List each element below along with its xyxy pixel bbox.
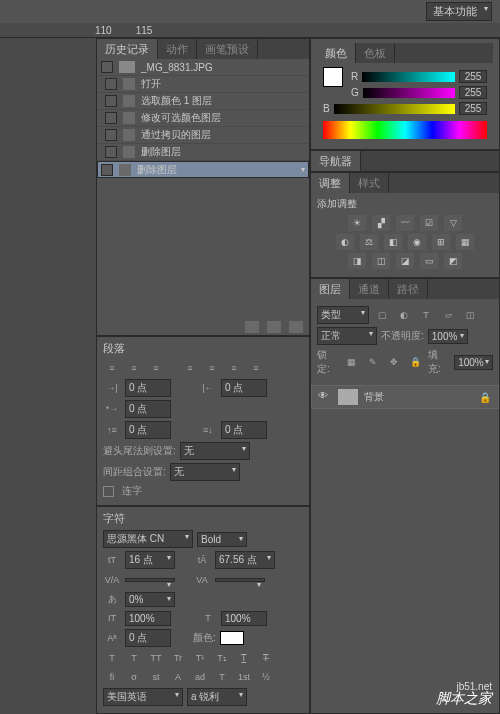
justify-center-icon[interactable]: ≡ (203, 360, 221, 376)
mixer-icon[interactable]: ⊞ (432, 234, 450, 250)
subscript-icon[interactable]: T₁ (213, 650, 231, 666)
tsume-input[interactable]: 0% (125, 592, 175, 607)
font-weight-select[interactable]: Bold (197, 532, 247, 547)
tab-styles[interactable]: 样式 (350, 173, 389, 193)
bw-icon[interactable]: ◧ (384, 234, 402, 250)
blend-mode-select[interactable]: 正常 (317, 327, 377, 345)
justify-all-icon[interactable]: ≡ (247, 360, 265, 376)
tracking-input[interactable] (215, 578, 265, 582)
ligature-checkbox[interactable] (103, 486, 114, 497)
layer-row[interactable]: 👁背景🔒 (311, 385, 499, 409)
tab-channels[interactable]: 通道 (350, 279, 389, 299)
tab-swatches[interactable]: 色板 (356, 43, 395, 63)
filter-kind-select[interactable]: 类型 (317, 306, 369, 324)
exposure-icon[interactable]: ☑ (420, 215, 438, 231)
new-snapshot-icon[interactable] (245, 321, 259, 333)
antialiasing-select[interactable]: a 锐利 (187, 688, 247, 706)
ot-a-icon[interactable]: A (169, 669, 187, 685)
history-item-selected[interactable]: 删除图层 (97, 161, 309, 178)
brightness-icon[interactable]: ☀ (348, 215, 366, 231)
kinsoku-select[interactable]: 无 (180, 442, 250, 460)
vscale-input[interactable]: 100% (125, 611, 171, 626)
leading-input[interactable]: 67.56 点 (215, 551, 275, 569)
filter-type-icon[interactable]: T (417, 307, 435, 323)
align-right-icon[interactable]: ≡ (147, 360, 165, 376)
tab-brush[interactable]: 画笔预设 (197, 39, 258, 59)
filter-adj-icon[interactable]: ◐ (395, 307, 413, 323)
gradient-map-icon[interactable]: ▭ (420, 253, 438, 269)
selective-icon[interactable]: ◩ (444, 253, 462, 269)
space-before-input[interactable]: 0 点 (125, 421, 171, 439)
lock-all-icon[interactable]: 🔒 (407, 354, 424, 370)
filter-shape-icon[interactable]: ▱ (439, 307, 457, 323)
mojikumi-select[interactable]: 无 (170, 463, 240, 481)
trash-icon[interactable] (289, 321, 303, 333)
lookup-icon[interactable]: ▦ (456, 234, 474, 250)
filter-pixel-icon[interactable]: ▢ (373, 307, 391, 323)
tab-adjustments[interactable]: 调整 (311, 173, 350, 193)
align-center-icon[interactable]: ≡ (125, 360, 143, 376)
tab-history[interactable]: 历史记录 (97, 39, 158, 59)
invert-icon[interactable]: ◨ (348, 253, 366, 269)
history-item[interactable]: 通过拷贝的图层 (97, 127, 309, 144)
posterize-icon[interactable]: ◫ (372, 253, 390, 269)
tab-paths[interactable]: 路径 (389, 279, 428, 299)
g-value[interactable]: 255 (459, 86, 487, 99)
history-item[interactable]: 选取颜色 1 图层 (97, 93, 309, 110)
vibrance-icon[interactable]: ▽ (444, 215, 462, 231)
visibility-icon[interactable]: 👁 (318, 390, 332, 404)
indent-first-input[interactable]: 0 点 (125, 400, 171, 418)
superscript-icon[interactable]: T¹ (191, 650, 209, 666)
tab-color[interactable]: 颜色 (317, 43, 356, 63)
language-select[interactable]: 美国英语 (103, 688, 183, 706)
space-after-input[interactable]: 0 点 (221, 421, 267, 439)
workspace-dropdown[interactable]: 基本功能 (426, 2, 492, 21)
filter-smart-icon[interactable]: ◫ (461, 307, 479, 323)
threshold-icon[interactable]: ◪ (396, 253, 414, 269)
strike-icon[interactable]: T̶ (257, 650, 275, 666)
opacity-input[interactable]: 100% (428, 329, 468, 344)
underline-icon[interactable]: T̲ (235, 650, 253, 666)
hscale-input[interactable]: 100% (221, 611, 267, 626)
tab-navigator[interactable]: 导航器 (311, 151, 361, 171)
align-left-icon[interactable]: ≡ (103, 360, 121, 376)
lock-pos-icon[interactable]: ✥ (386, 354, 403, 370)
history-item[interactable]: 打开 (97, 76, 309, 93)
photo-filter-icon[interactable]: ◉ (408, 234, 426, 250)
color-spectrum[interactable] (323, 121, 487, 139)
italic-icon[interactable]: T (125, 650, 143, 666)
ot-st-icon[interactable]: st (147, 669, 165, 685)
text-color-swatch[interactable] (220, 631, 244, 645)
bold-icon[interactable]: T (103, 650, 121, 666)
lock-paint-icon[interactable]: ✎ (364, 354, 381, 370)
tab-actions[interactable]: 动作 (158, 39, 197, 59)
allcaps-icon[interactable]: TT (147, 650, 165, 666)
smallcaps-icon[interactable]: Tr (169, 650, 187, 666)
ot-t-icon[interactable]: T (213, 669, 231, 685)
ot-swash-icon[interactable]: σ (125, 669, 143, 685)
indent-left-input[interactable]: 0 点 (125, 379, 171, 397)
tab-layers[interactable]: 图层 (311, 279, 350, 299)
ot-ad-icon[interactable]: ad (191, 669, 209, 685)
curves-icon[interactable]: 〰 (396, 215, 414, 231)
fill-input[interactable]: 100% (454, 355, 493, 370)
history-root[interactable]: _MG_8831.JPG (97, 59, 309, 76)
history-item[interactable]: 删除图层 (97, 144, 309, 161)
font-family-select[interactable]: 思源黑体 CN (103, 530, 193, 548)
ot-1st-icon[interactable]: 1st (235, 669, 253, 685)
b-value[interactable]: 255 (459, 102, 487, 115)
ot-fi-icon[interactable]: fi (103, 669, 121, 685)
camera-icon[interactable] (267, 321, 281, 333)
foreground-swatch[interactable] (323, 67, 343, 87)
history-item[interactable]: 修改可选颜色图层 (97, 110, 309, 127)
justify-left-icon[interactable]: ≡ (181, 360, 199, 376)
font-size-input[interactable]: 16 点 (125, 551, 175, 569)
indent-right-input[interactable]: 0 点 (221, 379, 267, 397)
balance-icon[interactable]: ⚖ (360, 234, 378, 250)
levels-icon[interactable]: ▞ (372, 215, 390, 231)
kerning-input[interactable] (125, 578, 175, 582)
hue-icon[interactable]: ◐ (336, 234, 354, 250)
ot-frac-icon[interactable]: ½ (257, 669, 275, 685)
r-value[interactable]: 255 (459, 70, 487, 83)
justify-right-icon[interactable]: ≡ (225, 360, 243, 376)
